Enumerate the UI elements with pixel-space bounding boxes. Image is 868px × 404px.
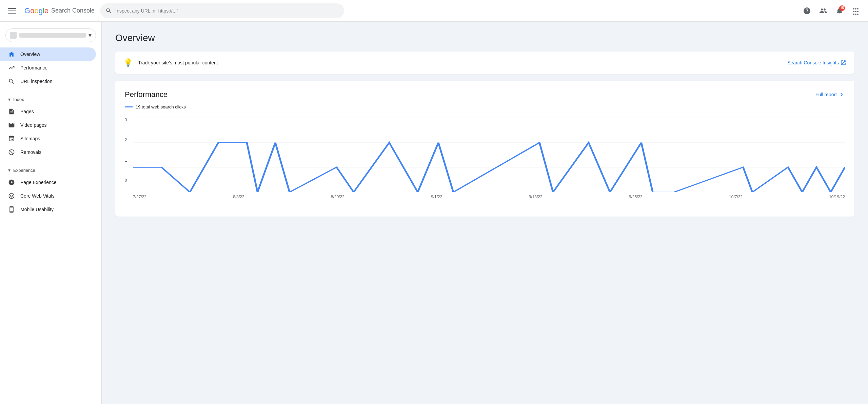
page-title: Overview xyxy=(115,33,854,43)
performance-card-header: Performance Full report xyxy=(125,90,845,99)
performance-title: Performance xyxy=(125,90,167,99)
x-label-7: 10/19/22 xyxy=(829,195,845,199)
sidebar-item-pages-label: Pages xyxy=(20,109,34,114)
performance-chart: 0 1 2 3 xyxy=(125,118,845,206)
experience-section-label: Experience xyxy=(13,168,35,173)
sidebar-item-core-web-vitals[interactable]: Core Web Vitals xyxy=(0,189,96,203)
header-actions: 15 xyxy=(800,4,863,18)
x-label-4: 9/13/22 xyxy=(529,195,542,199)
site-selector[interactable]: ▾ xyxy=(5,28,96,42)
banner-left: 💡 Track your site's most popular content xyxy=(123,58,218,67)
video-pages-icon xyxy=(8,122,15,128)
page-experience-icon xyxy=(8,179,15,186)
sidebar-item-performance-label: Performance xyxy=(20,65,47,70)
sidebar-item-removals-label: Removals xyxy=(20,149,41,155)
bulb-icon: 💡 xyxy=(123,58,133,67)
sidebar-item-sitemaps[interactable]: Sitemaps xyxy=(0,132,96,145)
divider-1 xyxy=(0,91,101,91)
mobile-usability-icon xyxy=(8,206,15,213)
sidebar-item-page-experience[interactable]: Page Experience xyxy=(0,176,96,189)
sidebar: ▾ Overview Performance xyxy=(0,22,102,404)
y-label-0: 0 xyxy=(125,178,130,183)
sidebar-item-overview[interactable]: Overview xyxy=(0,47,96,61)
sidebar-item-performance[interactable]: Performance xyxy=(0,61,96,75)
sidebar-item-page-experience-label: Page Experience xyxy=(20,180,57,185)
help-button[interactable] xyxy=(800,4,814,18)
sidebar-item-pages[interactable]: Pages xyxy=(0,105,96,118)
sidebar-item-core-web-vitals-label: Core Web Vitals xyxy=(20,193,55,199)
layout: ▾ Overview Performance xyxy=(0,22,868,404)
search-icon xyxy=(105,7,112,14)
removals-icon xyxy=(8,149,15,156)
collapse-icon: ▾ xyxy=(8,97,11,102)
x-label-0: 7/27/22 xyxy=(133,195,146,199)
full-report-link[interactable]: Full report xyxy=(815,91,845,98)
chart-svg xyxy=(133,118,845,192)
notifications-button[interactable]: 15 xyxy=(833,4,846,18)
full-report-label: Full report xyxy=(815,92,837,97)
sidebar-item-mobile-usability-label: Mobile Usability xyxy=(20,207,54,212)
chart-legend: 19 total web search clicks xyxy=(125,104,845,109)
experience-section-header[interactable]: ▾ Experience xyxy=(0,165,101,176)
x-label-6: 10/7/22 xyxy=(729,195,743,199)
search-console-insights-link[interactable]: Search Console Insights xyxy=(787,60,846,66)
notification-badge: 15 xyxy=(839,5,845,11)
svg-rect-2 xyxy=(8,13,16,14)
legend-label: 19 total web search clicks xyxy=(136,104,186,109)
sidebar-item-removals[interactable]: Removals xyxy=(0,145,96,159)
svg-rect-0 xyxy=(8,8,16,9)
sidebar-item-video-pages[interactable]: Video pages xyxy=(0,118,96,132)
sidebar-item-url-inspection-label: URL inspection xyxy=(20,79,52,84)
legend-line xyxy=(125,106,133,107)
x-label-1: 8/8/22 xyxy=(233,195,244,199)
header: Google Search Console 15 xyxy=(0,0,868,22)
x-label-3: 9/1/22 xyxy=(431,195,442,199)
sidebar-item-video-pages-label: Video pages xyxy=(20,122,47,128)
insights-banner: 💡 Track your site's most popular content… xyxy=(115,52,854,74)
y-label-2: 2 xyxy=(125,138,130,142)
external-link-icon xyxy=(840,60,846,66)
divider-2 xyxy=(0,162,101,162)
main-content: Overview 💡 Track your site's most popula… xyxy=(102,22,868,404)
index-section-label: Index xyxy=(13,97,24,102)
sidebar-item-url-inspection[interactable]: URL inspection xyxy=(0,75,96,88)
app-logo: Google Search Console xyxy=(24,6,95,15)
y-label-3: 3 xyxy=(125,118,130,122)
pages-icon xyxy=(8,108,15,115)
search-input[interactable] xyxy=(115,8,339,14)
site-favicon xyxy=(10,32,17,39)
sitemaps-icon xyxy=(8,135,15,142)
svg-rect-1 xyxy=(8,11,16,11)
search-bar[interactable] xyxy=(100,3,344,18)
banner-text: Track your site's most popular content xyxy=(138,60,218,65)
x-label-2: 8/20/22 xyxy=(331,195,344,199)
index-section-header[interactable]: ▾ Index xyxy=(0,94,101,105)
account-button[interactable] xyxy=(816,4,830,18)
core-web-vitals-icon xyxy=(8,193,15,199)
chevron-right-icon xyxy=(838,91,845,98)
experience-collapse-icon: ▾ xyxy=(8,167,11,173)
home-icon xyxy=(8,51,15,58)
y-label-1: 1 xyxy=(125,158,130,163)
menu-button[interactable] xyxy=(5,4,19,18)
performance-card: Performance Full report 19 total web sea… xyxy=(115,81,854,217)
chevron-down-icon: ▾ xyxy=(88,32,92,39)
sidebar-item-mobile-usability[interactable]: Mobile Usability xyxy=(0,203,96,216)
apps-button[interactable] xyxy=(849,4,863,18)
insights-link-label: Search Console Insights xyxy=(787,60,839,65)
search-nav-icon xyxy=(8,78,15,85)
sidebar-item-sitemaps-label: Sitemaps xyxy=(20,136,40,141)
sidebar-item-overview-label: Overview xyxy=(20,52,40,57)
site-url xyxy=(19,33,86,38)
x-label-5: 9/25/22 xyxy=(629,195,643,199)
trending-up-icon xyxy=(8,64,15,71)
